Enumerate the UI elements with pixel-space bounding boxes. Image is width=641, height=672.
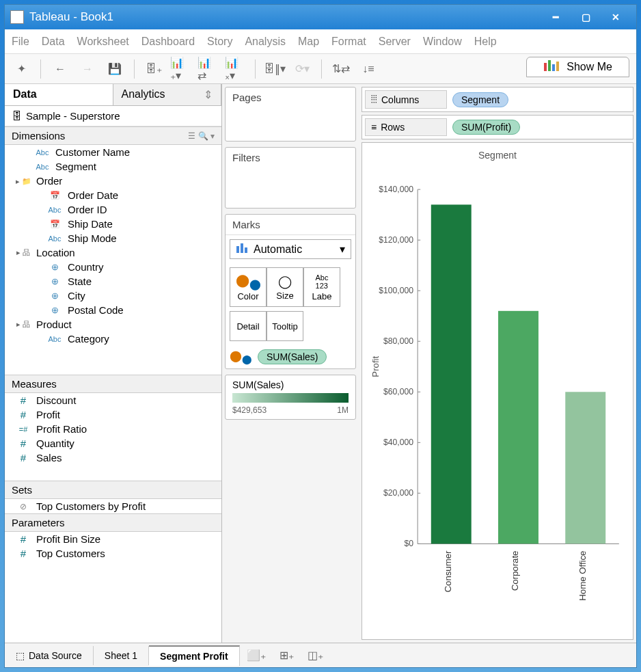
geo-icon	[47, 262, 62, 272]
field-top-customers[interactable]: Top Customers	[5, 546, 221, 561]
analytics-tab[interactable]: Analytics ⇕	[113, 84, 222, 105]
new-worksheet-icon[interactable]: ⬜₊	[240, 645, 273, 666]
window-title: Tableau - Book1	[29, 10, 541, 24]
field-discount[interactable]: Discount	[5, 393, 221, 407]
measures-tree[interactable]: DiscountProfitProfit RatioQuantitySales	[5, 393, 221, 481]
mark-type-dropdown[interactable]: Automatic ▾	[230, 239, 351, 259]
close-button[interactable]: ✕	[601, 9, 631, 25]
menu-data[interactable]: Data	[42, 36, 65, 48]
field-top-customers-by-profit[interactable]: Top Customers by Profit	[5, 499, 221, 513]
field-sales[interactable]: Sales	[5, 451, 221, 465]
tooltip-button[interactable]: Tooltip	[267, 311, 303, 341]
menu-file[interactable]: File	[12, 36, 29, 48]
bar-icon	[236, 243, 248, 256]
pages-shelf[interactable]: Pages	[225, 87, 356, 142]
swap-button[interactable]: ⇅⇄	[330, 58, 352, 80]
svg-text:$60,000: $60,000	[383, 387, 413, 397]
field-ship-date[interactable]: Ship Date	[5, 217, 221, 231]
rows-shelf[interactable]: ≡Rows SUM(Profit)	[362, 115, 633, 139]
columns-shelf[interactable]: ⦙⦙⦙Columns Segment	[362, 87, 633, 112]
field-product[interactable]: Product	[5, 317, 221, 332]
field-order-date[interactable]: Order Date	[5, 188, 221, 202]
abc-icon	[47, 234, 62, 243]
sheet-tabs: ⬚Data Source Sheet 1 Segment Profit ⬜₊ ⊞…	[5, 643, 636, 667]
svg-text:$20,000: $20,000	[383, 488, 413, 498]
label-button[interactable]: Abc123Labe	[303, 267, 340, 307]
toolbar: ✦ ← → 💾 🗄₊ 📊₊▾ 📊⇄ 📊ₓ▾ 🗄‖▾ ⟳▾ ⇅⇄ ↓≡ Show …	[5, 54, 636, 84]
back-button[interactable]: ←	[49, 58, 71, 80]
date-icon	[47, 191, 62, 200]
active-sheet-tab[interactable]: Segment Profit	[149, 645, 240, 666]
refresh-button[interactable]: ⟳▾	[291, 58, 313, 80]
sheet1-tab[interactable]: Sheet 1	[94, 646, 149, 665]
date-icon	[47, 219, 62, 229]
new-dashboard-icon[interactable]: ⊞₊	[273, 645, 301, 666]
field-category[interactable]: Category	[5, 332, 221, 346]
color-pill[interactable]: SUM(Sales)	[258, 349, 327, 364]
detail-button[interactable]: Detail	[230, 311, 267, 341]
field-city[interactable]: City	[5, 288, 221, 303]
chart-area[interactable]: Segment $0$20,000$40,000$60,000$80,000$1…	[362, 142, 633, 640]
svg-text:Home Office: Home Office	[577, 551, 588, 601]
dimensions-tree[interactable]: Customer NameSegmentOrderOrder DateOrder…	[5, 145, 221, 375]
data-pane: Data Analytics ⇕ 🗄 Sample - Superstore D…	[5, 84, 222, 643]
fold-icon	[16, 176, 31, 186]
field-state[interactable]: State	[5, 274, 221, 288]
forward-button[interactable]: →	[77, 58, 98, 80]
menu-map[interactable]: Map	[298, 36, 319, 48]
menu-worksheet[interactable]: Worksheet	[77, 36, 129, 48]
show-me-button[interactable]: Show Me	[526, 57, 629, 77]
show-me-label: Show Me	[567, 61, 612, 73]
field-quantity[interactable]: Quantity	[5, 436, 221, 451]
menu-help[interactable]: Help	[474, 36, 497, 48]
menu-analysis[interactable]: Analysis	[245, 36, 286, 48]
menu-dashboard[interactable]: Dashboard	[141, 36, 195, 48]
clear-button[interactable]: 📊ₓ▾	[225, 58, 247, 80]
menu-format[interactable]: Format	[331, 36, 366, 48]
new-datasource-button[interactable]: 🗄₊	[143, 58, 165, 80]
color-legend[interactable]: SUM(Sales) $429,6531M	[225, 375, 356, 420]
field-order[interactable]: Order	[5, 174, 221, 188]
maximize-button[interactable]: ▢	[571, 9, 601, 25]
datasource-tab[interactable]: ⬚Data Source	[5, 646, 94, 665]
filters-shelf[interactable]: Filters	[225, 147, 356, 209]
sort-button[interactable]: ↓≡	[357, 58, 379, 80]
field-profit[interactable]: Profit	[5, 407, 221, 422]
dimensions-header: Dimensions ☰ 🔍 ▾	[5, 126, 221, 145]
save-button[interactable]: 💾	[104, 58, 126, 80]
svg-text:Consumer: Consumer	[443, 550, 453, 593]
gradient-bar	[232, 393, 349, 403]
field-ship-mode[interactable]: Ship Mode	[5, 231, 221, 245]
parameters-tree[interactable]: Profit Bin SizeTop Customers	[5, 532, 221, 561]
field-profit-ratio[interactable]: Profit Ratio	[5, 422, 221, 436]
tableau-icon[interactable]: ✦	[10, 58, 32, 80]
field-profit-bin-size[interactable]: Profit Bin Size	[5, 532, 221, 546]
menu-story[interactable]: Story	[207, 36, 232, 48]
row-pill[interactable]: SUM(Profit)	[452, 120, 520, 135]
new-story-icon[interactable]: ◫₊	[301, 645, 330, 666]
column-pill[interactable]: Segment	[452, 92, 508, 107]
menu-server[interactable]: Server	[379, 36, 411, 48]
color-button[interactable]: ⬤⬤Color	[230, 267, 267, 307]
field-customer-name[interactable]: Customer Name	[5, 145, 221, 159]
field-segment[interactable]: Segment	[5, 159, 221, 174]
abc-icon	[35, 148, 50, 157]
data-tab[interactable]: Data	[5, 84, 113, 105]
pause-button[interactable]: 🗄‖▾	[264, 58, 286, 80]
svg-text:Corporate: Corporate	[510, 551, 520, 591]
field-country[interactable]: Country	[5, 260, 221, 274]
cards-pane: Pages Filters Marks Automatic ▾ ⬤⬤Color …	[222, 84, 359, 643]
minimize-button[interactable]: ━	[541, 9, 571, 25]
field-postal-code[interactable]: Postal Code	[5, 303, 221, 317]
menu-window[interactable]: Window	[423, 36, 462, 48]
field-location[interactable]: Location	[5, 245, 221, 260]
svg-text:Profit: Profit	[370, 356, 381, 377]
color-mark-icon: ⬤⬤	[230, 349, 252, 364]
field-order-id[interactable]: Order ID	[5, 202, 221, 217]
datasource-row[interactable]: 🗄 Sample - Superstore	[5, 106, 221, 126]
size-button[interactable]: ◯Size	[267, 267, 303, 307]
duplicate-button[interactable]: 📊⇄	[197, 58, 219, 80]
sets-tree[interactable]: Top Customers by Profit	[5, 499, 221, 513]
color-icon: ⬤⬤	[236, 273, 261, 291]
new-worksheet-button[interactable]: 📊₊▾	[170, 58, 192, 80]
